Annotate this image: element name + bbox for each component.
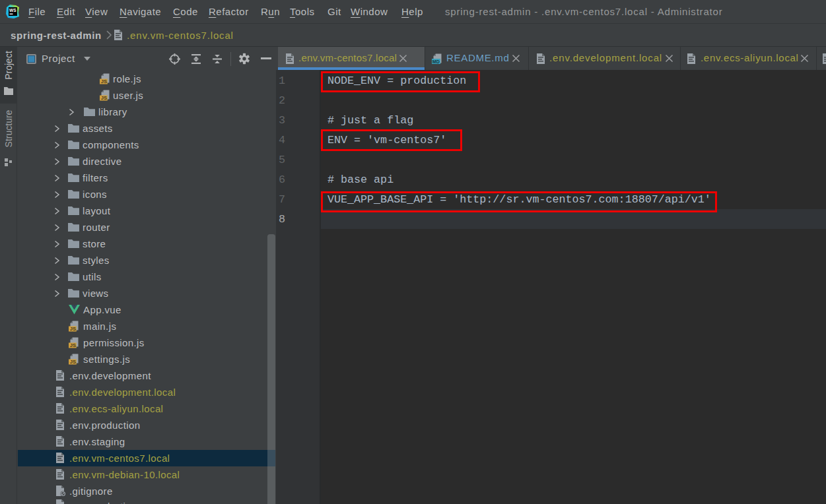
svg-text:JS: JS	[101, 95, 107, 101]
svg-text:JS: JS	[70, 326, 76, 332]
svg-text:JS: JS	[70, 359, 76, 365]
svg-text:JS: JS	[70, 342, 76, 348]
svg-text:JS: JS	[101, 79, 107, 84]
svg-text:MD: MD	[432, 59, 440, 64]
